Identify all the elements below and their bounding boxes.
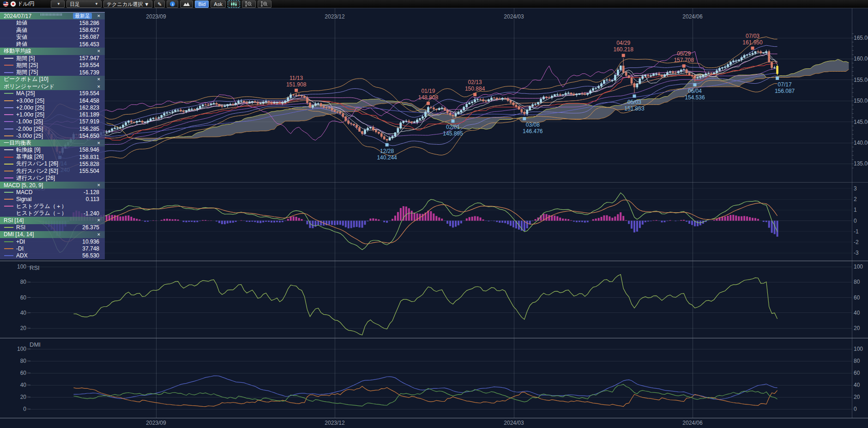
series-label: MACD (16, 189, 84, 196)
macd-axis-label: 1 (854, 207, 857, 213)
peak-marker (295, 89, 298, 92)
peak-annotation: 01/19 (421, 88, 435, 94)
indicator-value-row: 転換線 [9]158.946 (0, 147, 105, 153)
area-chart-button[interactable] (180, 0, 193, 8)
series-color-swatch (4, 199, 13, 200)
series-value: 164.458 (79, 98, 105, 104)
series-label: Signal (16, 196, 86, 202)
rsi-pane-title: RSI (30, 264, 40, 271)
series-color-swatch (4, 164, 13, 165)
bottom-date-label: 2023/09 (146, 420, 166, 426)
series-color-swatch (4, 58, 13, 59)
series-color-swatch (4, 93, 13, 94)
series-value: 37.748 (82, 245, 105, 252)
series-color-swatch (4, 121, 13, 122)
series-value: 158.946 (79, 147, 105, 153)
svg-text:145.895: 145.895 (443, 130, 463, 137)
price-axis-label: 135.00 (854, 160, 868, 167)
pair-dropdown-button[interactable]: ▼ (51, 0, 65, 8)
panel-drag-handle[interactable] (41, 13, 63, 16)
series-label: +DI (16, 238, 82, 245)
indicator-title: RSI [14] (0, 217, 105, 224)
indicator-header-row: ボリンジャーバンド× (0, 83, 105, 90)
dmi-pane-title: DMI (30, 341, 41, 348)
close-icon[interactable]: × (97, 182, 100, 189)
indicator-value-row: MACD-1.128 (0, 189, 105, 196)
top-date-label: 2023/09 (146, 13, 166, 20)
series-color-swatch (4, 255, 13, 256)
series-label: ヒストグラム（－） (16, 209, 84, 217)
bid-button[interactable]: Bid (195, 0, 209, 8)
rsi-axis-label: 60 (20, 294, 27, 301)
price-axis-label: 160.00 (854, 55, 868, 62)
timeframe-select[interactable]: 日足 ▼ (66, 0, 102, 8)
svg-text:80: 80 (854, 279, 860, 285)
svg-text:80: 80 (854, 358, 860, 364)
indicator-header-row: ピークボトム [10]× (0, 76, 105, 83)
jpy-flag-icon (10, 1, 16, 7)
svg-text:148.808: 148.808 (418, 94, 439, 101)
series-label: +1.00σ [25] (16, 111, 79, 118)
price-axis-label: 145.00 (854, 119, 868, 125)
macd-axis-label: -1 (854, 228, 859, 235)
series-value: 157.947 (79, 55, 105, 61)
series-value: 0.113 (86, 196, 105, 202)
series-value: 158.286 (79, 20, 105, 26)
series-value: 26.375 (82, 224, 105, 231)
series-value: 154.650 (79, 133, 105, 139)
vertical-zoom-out-button[interactable] (242, 0, 256, 8)
close-icon[interactable]: × (97, 231, 100, 238)
macd-axis-label: 0 (854, 218, 857, 224)
series-value: -1.128 (84, 189, 105, 196)
date-header-row: 2024/07/17最新足× (0, 12, 105, 19)
bottom-date-label: 2024/03 (504, 420, 524, 426)
macd-axis-label: -2 (854, 239, 859, 245)
bottom-annotation: 06/04 (688, 88, 702, 94)
close-icon[interactable]: × (97, 217, 100, 224)
indicator-value-row: 先行スパン2 [52]155.504 (0, 168, 105, 175)
series-value: 159.554 (79, 90, 105, 97)
ask-button[interactable]: Ask (211, 0, 225, 8)
indicator-value-row: 始値158.286 (0, 19, 105, 26)
svg-text:156.087: 156.087 (775, 88, 795, 94)
info-button[interactable]: i (167, 0, 178, 8)
close-icon[interactable]: × (97, 140, 100, 147)
bottom-annotation: 02/01 (446, 124, 460, 130)
candlestick-tool-button[interactable] (228, 0, 240, 8)
peak-annotation: 05/29 (677, 50, 691, 57)
timeframe-label: 日足 (70, 1, 80, 7)
series-color-swatch (4, 107, 13, 108)
series-value: 159.554 (79, 62, 105, 68)
indicator-value-row: 終値156.453 (0, 41, 105, 48)
indicator-value-row: 期間 [75]156.739 (0, 69, 105, 76)
svg-text:146.476: 146.476 (523, 128, 543, 135)
indicator-header-row: RSI [14]× (0, 217, 105, 224)
svg-text:0: 0 (854, 406, 857, 412)
svg-text:40: 40 (854, 382, 860, 388)
series-color-swatch (4, 149, 13, 150)
macd-axis-label: -3 (854, 250, 859, 256)
indicator-panel: 2024/07/17最新足×始値158.286高値158.627安値156.08… (0, 12, 105, 259)
indicator-header-row: MACD [5, 20, 9]× (0, 182, 105, 189)
chart-canvas[interactable]: 07/14137.24011/13151.90812/28140.24401/1… (0, 0, 868, 428)
technical-select-button[interactable]: テクニカル選択 ▼ (103, 0, 152, 8)
indicator-header-row: 一目均衡表× (0, 140, 105, 147)
rsi-axis-label: 80 (20, 279, 27, 285)
macd-axis-label: 2 (854, 196, 857, 202)
price-axis-label: 155.00 (854, 77, 868, 83)
draw-tool-button[interactable]: ✎ (154, 0, 165, 8)
close-icon[interactable]: × (97, 12, 100, 19)
svg-text:151.853: 151.853 (624, 105, 645, 112)
close-icon[interactable]: × (97, 48, 100, 55)
candlestick-icon (231, 2, 237, 6)
series-color-swatch (4, 192, 13, 193)
dmi-axis-label: 100 (17, 346, 26, 352)
series-value: 10.936 (82, 238, 105, 245)
pair-select[interactable]: ドル/円 (1, 0, 49, 7)
vertical-zoom-in-button[interactable] (258, 0, 271, 8)
svg-text:151.908: 151.908 (286, 81, 307, 88)
series-value: 162.823 (79, 104, 105, 111)
close-icon[interactable]: × (97, 83, 100, 90)
close-icon[interactable]: × (97, 76, 100, 83)
bottom-marker (386, 143, 389, 147)
